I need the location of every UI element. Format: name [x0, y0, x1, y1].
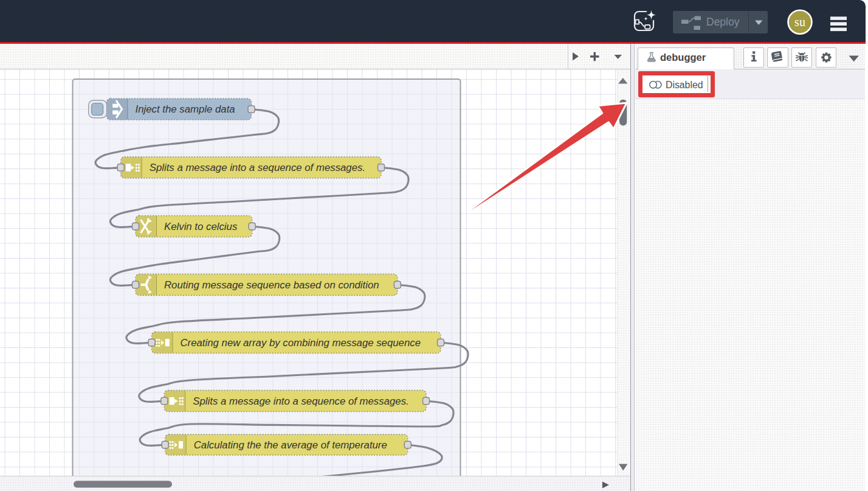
svg-text:Splits a message into a sequen: Splits a message into a sequence of mess… — [193, 395, 408, 406]
svg-text:Routing message sequence based: Routing message sequence based on condit… — [164, 279, 379, 290]
svg-text:Calculating the the average of: Calculating the the average of temperatu… — [194, 439, 387, 450]
svg-text:Creating new array by combinin: Creating new array by combining message … — [181, 336, 421, 348]
svg-text:Splits a message into a sequen: Splits a message into a sequence of mess… — [150, 162, 365, 173]
svg-text:Inject the sample data: Inject the sample data — [136, 103, 235, 115]
svg-text:su: su — [794, 15, 805, 29]
svg-text:Kelvin to celcius: Kelvin to celcius — [164, 220, 238, 232]
